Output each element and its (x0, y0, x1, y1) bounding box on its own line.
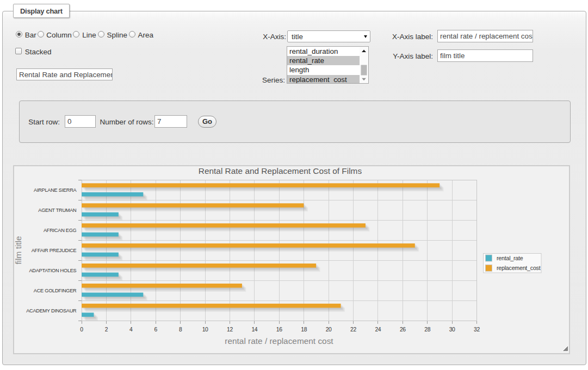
svg-text:rental_rate: rental_rate (497, 255, 523, 261)
svg-text:32: 32 (474, 327, 480, 333)
svg-text:ACADEMY DINOSAUR: ACADEMY DINOSAUR (26, 308, 77, 313)
svg-text:14: 14 (251, 327, 257, 333)
svg-text:2: 2 (105, 327, 108, 333)
svg-text:24: 24 (375, 327, 381, 333)
svg-text:AFFAIR PREJUDICE: AFFAIR PREJUDICE (32, 248, 77, 253)
svg-text:ADAPTATION HOLES: ADAPTATION HOLES (29, 268, 76, 273)
svg-text:film title: film title (14, 236, 23, 264)
svg-text:10: 10 (202, 327, 208, 333)
svg-text:12: 12 (227, 327, 233, 333)
svg-text:rental rate / replacement cost: rental rate / replacement cost (225, 336, 333, 346)
svg-text:16: 16 (276, 327, 282, 333)
svg-text:replacement_cost: replacement_cost (497, 265, 541, 271)
svg-text:AIRPLANE SIERRA: AIRPLANE SIERRA (34, 187, 77, 193)
svg-text:26: 26 (400, 327, 406, 333)
svg-text:0: 0 (80, 327, 83, 333)
svg-text:Rental Rate and Replacement Co: Rental Rate and Replacement Cost of Film… (199, 166, 362, 175)
svg-text:18: 18 (301, 327, 307, 333)
svg-text:ACE GOLDFINGER: ACE GOLDFINGER (34, 288, 77, 293)
svg-text:22: 22 (350, 327, 356, 333)
svg-text:AGENT TRUMAN: AGENT TRUMAN (38, 208, 76, 213)
svg-text:4: 4 (129, 327, 133, 333)
svg-text:8: 8 (179, 327, 182, 333)
svg-text:20: 20 (326, 327, 332, 333)
svg-text:28: 28 (424, 327, 430, 333)
svg-text:6: 6 (154, 327, 158, 333)
svg-text:30: 30 (449, 327, 455, 333)
svg-text:AFRICAN EGG: AFRICAN EGG (44, 228, 77, 233)
